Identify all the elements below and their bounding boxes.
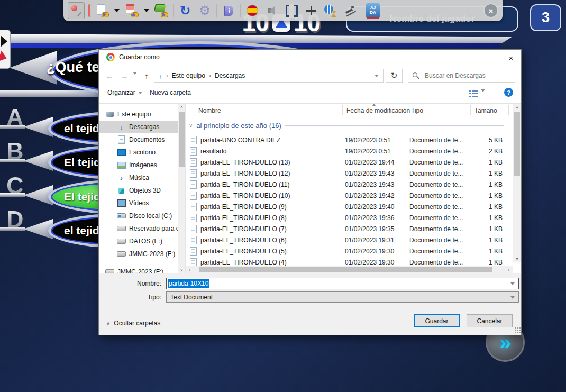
move-icon[interactable] bbox=[303, 3, 319, 19]
answer-text-d: el tejid bbox=[64, 224, 99, 237]
dialog-close-button[interactable]: × bbox=[505, 53, 517, 62]
text-file-icon bbox=[190, 147, 197, 156]
hide-folders-button[interactable]: ∧ Ocultar carpetas bbox=[106, 320, 160, 327]
dialog-titlebar[interactable]: Guardar como bbox=[99, 50, 521, 65]
file-name: partida-EL_TIRON-DUELO (6) bbox=[200, 236, 345, 244]
h-scroll-thumb[interactable] bbox=[199, 267, 492, 272]
filetype-dropdown-icon[interactable] bbox=[510, 296, 515, 299]
file-row[interactable]: partida-EL_TIRON-DUELO (8)01/02/2023 19:… bbox=[186, 212, 513, 223]
refresh-icon[interactable]: ↻ bbox=[177, 3, 193, 19]
dropdown-arrow-icon[interactable] bbox=[143, 3, 150, 19]
sidebar-item[interactable]: Vídeos bbox=[99, 197, 178, 209]
search-box[interactable] bbox=[408, 69, 515, 83]
column-header-tamano[interactable]: Tamaño bbox=[474, 107, 497, 114]
text-file-icon bbox=[190, 192, 197, 200]
file-row[interactable]: partida-EL_TIRON-DUELO (13)01/02/2023 19… bbox=[186, 157, 513, 168]
sidebar-item[interactable]: ↓Descargas bbox=[99, 121, 178, 133]
view-dropdown-icon[interactable] bbox=[481, 92, 485, 99]
scroll-up-icon[interactable]: ▴ bbox=[514, 104, 521, 111]
file-name: partida-EL_TIRON-DUELO (12) bbox=[200, 170, 345, 177]
dialog-body: Este equipo↓DescargasDocumentosEscritori… bbox=[99, 103, 521, 274]
breadcrumb-separator bbox=[166, 72, 168, 79]
file-row[interactable]: partida-EL_TIRON-DUELO (12)01/02/2023 19… bbox=[186, 168, 513, 179]
file-row[interactable]: partida-EL_TIRON-DUELO (10)01/02/2023 19… bbox=[186, 190, 513, 201]
divider bbox=[216, 4, 217, 17]
info-book-icon[interactable] bbox=[221, 3, 236, 19]
column-header-tipo[interactable]: Tipo bbox=[411, 107, 423, 114]
fullscreen-icon[interactable] bbox=[284, 3, 299, 19]
sidebar-item[interactable]: DATOS (E:) bbox=[99, 235, 178, 248]
scroll-right-icon[interactable]: › bbox=[505, 267, 513, 272]
sidebar-item[interactable]: Imágenes bbox=[99, 159, 178, 171]
file-row[interactable]: partida-UNO CONTRA DIEZ19/02/2023 0:51Do… bbox=[186, 134, 513, 145]
scroll-left-icon[interactable]: ‹ bbox=[186, 267, 194, 272]
sidebar-item[interactable]: Escritorio bbox=[99, 146, 178, 159]
new-game-icon[interactable] bbox=[94, 3, 110, 19]
sidebar-item[interactable]: Reservado para el bbox=[99, 222, 178, 235]
help-button[interactable]: ? bbox=[504, 88, 513, 97]
file-row[interactable]: partida-EL_TIRON-DUELO (5)01/02/2023 19:… bbox=[186, 245, 513, 257]
resize-grip[interactable] bbox=[515, 327, 521, 333]
file-row[interactable]: resultado19/02/2023 0:51Documento de te.… bbox=[186, 145, 513, 157]
view-list-icon[interactable] bbox=[469, 90, 478, 97]
column-header-fecha[interactable]: Fecha de modificación bbox=[346, 107, 410, 114]
runner-icon[interactable] bbox=[342, 3, 358, 19]
search-icon bbox=[413, 72, 419, 79]
address-dropdown-icon[interactable] bbox=[375, 75, 379, 77]
sidebar-item[interactable]: Objetos 3D bbox=[99, 184, 178, 197]
breadcrumb-este-equipo[interactable]: Este equipo bbox=[172, 72, 205, 79]
search-input[interactable] bbox=[424, 71, 505, 80]
new-folder-button[interactable]: Nueva carpeta bbox=[150, 89, 191, 96]
sidebar-item[interactable]: ♪Música bbox=[99, 171, 178, 184]
file-row[interactable]: partida-EL_TIRON-DUELO (6)01/02/2023 19:… bbox=[186, 234, 513, 245]
group-header[interactable]: ∨ al principio de este año (16) bbox=[189, 122, 509, 130]
list-vertical-scrollbar[interactable]: ▴ ▾ bbox=[513, 104, 521, 262]
organize-button[interactable]: Organizar bbox=[107, 89, 142, 96]
filename-input[interactable]: partida-10X10 bbox=[166, 278, 519, 289]
sidebar-item[interactable]: Disco local (C:) bbox=[99, 209, 178, 222]
sidebar-item-label: Objetos 3D bbox=[129, 187, 161, 194]
sound-icon[interactable] bbox=[264, 3, 280, 19]
forward-button[interactable]: → bbox=[118, 69, 131, 83]
sidebar-item[interactable]: Este equipo bbox=[99, 108, 178, 121]
filename-dropdown-icon[interactable] bbox=[510, 282, 515, 285]
breadcrumb-descargas[interactable]: Descargas bbox=[215, 72, 245, 79]
list-scroll-thumb[interactable] bbox=[514, 112, 520, 176]
file-row[interactable]: partida-EL_TIRON-DUELO (11)01/02/2023 19… bbox=[186, 179, 513, 190]
pushpin-icon[interactable] bbox=[68, 2, 85, 19]
dropdown-arrow-icon[interactable] bbox=[114, 3, 120, 19]
close-game-button[interactable]: × bbox=[483, 3, 498, 18]
back-button[interactable]: ← bbox=[103, 69, 116, 83]
file-row[interactable]: partida-EL_TIRON-DUELO (9)01/02/2023 19:… bbox=[186, 201, 513, 212]
save-button[interactable]: Guardar bbox=[414, 314, 460, 327]
filename-label: Nombre: bbox=[103, 280, 161, 287]
pause-timer-icon[interactable] bbox=[323, 3, 339, 19]
history-dropdown[interactable] bbox=[133, 75, 137, 82]
save-game-icon[interactable] bbox=[124, 3, 140, 19]
sidebar-item[interactable]: JMMC-2023 (F:) bbox=[99, 266, 178, 274]
column-header-nombre[interactable]: Nombre bbox=[198, 107, 221, 114]
tree-scrollbar[interactable]: ∧ ∨ bbox=[178, 104, 185, 274]
tree-scroll-thumb[interactable] bbox=[179, 112, 185, 167]
divider bbox=[240, 4, 241, 17]
settings-icon[interactable]: ⚙ bbox=[197, 3, 213, 19]
filetype-select[interactable]: Text Document bbox=[166, 291, 519, 303]
cancel-button[interactable]: Cancelar bbox=[467, 314, 513, 327]
group-header-label: al principio de este año (16) bbox=[196, 122, 281, 130]
open-game-icon[interactable] bbox=[153, 3, 169, 19]
spain-flag-icon[interactable] bbox=[244, 3, 260, 19]
file-size: 1 KB bbox=[470, 192, 503, 199]
refresh-button[interactable]: ↻ bbox=[386, 69, 403, 83]
address-bar[interactable]: ↓ Este equipo Descargas bbox=[154, 69, 384, 83]
side-mini-panel[interactable] bbox=[0, 30, 11, 69]
file-type: Documento de te... bbox=[409, 148, 470, 155]
ajda-icon[interactable]: AJ DA bbox=[366, 3, 380, 19]
group-collapse-icon[interactable]: ∨ bbox=[189, 123, 193, 129]
up-button[interactable]: ↑ bbox=[140, 69, 153, 83]
scroll-down-icon[interactable]: ▾ bbox=[514, 256, 521, 262]
list-horizontal-scrollbar[interactable]: ‹ › bbox=[186, 266, 513, 274]
sidebar-item[interactable]: Documentos bbox=[99, 133, 178, 146]
sidebar-item[interactable]: JMMC-2023 (F:) bbox=[99, 248, 178, 260]
scroll-up-icon[interactable]: ∧ bbox=[178, 104, 185, 111]
file-row[interactable]: partida-EL_TIRON-DUELO (7)01/02/2023 19:… bbox=[186, 223, 513, 234]
